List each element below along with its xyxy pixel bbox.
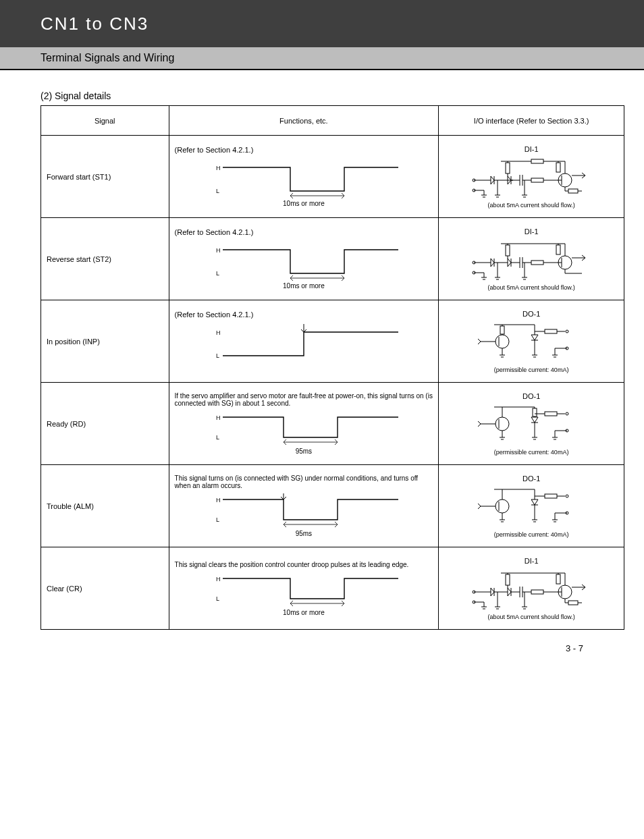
table-row: Trouble (ALM) This signal turns on (is c… xyxy=(41,465,624,547)
svg-text:L: L xyxy=(216,595,219,602)
svg-text:H: H xyxy=(216,329,221,336)
waveform-step-icon: H L xyxy=(203,319,405,373)
svg-rect-65 xyxy=(531,261,543,265)
page-number: 3 - 7 xyxy=(41,643,624,653)
function-cell: This signal clears the position control … xyxy=(169,547,439,630)
function-cell: If the servo amplifier and servo motor a… xyxy=(169,383,439,465)
col-io: I/O interface (Refer to Section 3.3.) xyxy=(439,106,624,136)
svg-rect-181 xyxy=(556,574,560,584)
circuit-do1-icon xyxy=(474,400,589,448)
function-ref: (Refer to Section 4.2.1.) xyxy=(175,146,433,154)
table-title: (2) Signal details xyxy=(41,90,624,101)
svg-text:H: H xyxy=(216,414,221,421)
io-note: (about 5mA current should flow.) xyxy=(444,284,618,291)
svg-rect-82 xyxy=(500,326,504,334)
svg-text:H: H xyxy=(216,247,221,254)
io-title: DI-1 xyxy=(444,557,618,565)
function-ref: (Refer to Section 4.2.1.) xyxy=(175,228,433,236)
circuit-di1-icon xyxy=(467,565,595,612)
wave-label: 95ms xyxy=(175,448,433,455)
svg-rect-24 xyxy=(506,163,510,173)
svg-rect-120 xyxy=(545,412,557,416)
header-title: CN1 to CN3 xyxy=(41,13,149,34)
sub-band: Terminal Signals and Wiring xyxy=(0,47,644,70)
signal-name: Trouble (ALM) xyxy=(41,465,169,547)
signal-name: Ready (RD) xyxy=(41,383,169,465)
col-signal: Signal xyxy=(41,106,169,136)
svg-rect-30 xyxy=(556,163,560,172)
circuit-do1-icon xyxy=(474,483,589,530)
spec-table: Signal Functions, etc. I/O interface (Re… xyxy=(41,105,624,630)
io-note: (permissible current: 40mA) xyxy=(444,367,618,373)
svg-rect-94 xyxy=(545,329,557,333)
svg-rect-67 xyxy=(556,245,560,254)
wave-label: 10ms or more xyxy=(175,282,433,290)
header-band: CN1 to CN3 xyxy=(0,0,644,47)
svg-rect-179 xyxy=(531,590,543,594)
svg-text:L: L xyxy=(216,352,219,359)
svg-text:L: L xyxy=(216,270,219,277)
io-note: (permissible current: 40mA) xyxy=(444,531,618,538)
io-cell: DI-1 xyxy=(439,218,624,300)
wave-label: 10ms or more xyxy=(175,200,433,207)
table-row: Forward start (ST1) (Refer to Section 4.… xyxy=(41,136,624,218)
function-desc: This signal turns on (is connected with … xyxy=(175,475,433,489)
svg-point-147 xyxy=(566,495,568,497)
io-title: DO-1 xyxy=(444,392,618,400)
svg-rect-113 xyxy=(533,408,537,416)
signal-name: Clear (CR) xyxy=(41,547,169,630)
svg-point-121 xyxy=(566,412,568,415)
io-note: (permissible current: 40mA) xyxy=(444,449,618,456)
circuit-di1-icon xyxy=(467,153,595,200)
svg-point-79 xyxy=(495,335,509,348)
svg-text:H: H xyxy=(216,165,221,171)
svg-rect-28 xyxy=(531,178,543,182)
table-row: Reverse start (ST2) (Refer to Section 4.… xyxy=(41,218,624,300)
table-row: Ready (RD) If the servo amplifier and se… xyxy=(41,383,624,465)
svg-rect-62 xyxy=(506,245,510,256)
svg-point-95 xyxy=(566,330,568,333)
sub-band-title: Terminal Signals and Wiring xyxy=(41,52,174,64)
function-cell: (Refer to Section 4.2.1.) H L xyxy=(169,300,439,383)
function-desc: This signal clears the position control … xyxy=(175,561,433,568)
table-row: Clear (CR) This signal clears the positi… xyxy=(41,547,624,630)
svg-rect-176 xyxy=(506,574,510,585)
function-cell: (Refer to Section 4.2.1.) H L 10ms or mo… xyxy=(169,136,439,218)
svg-point-132 xyxy=(495,499,509,513)
function-desc: If the servo amplifier and servo motor a… xyxy=(175,392,433,407)
io-cell: DI-1 xyxy=(439,547,624,630)
col-functions: Functions, etc. xyxy=(169,106,439,136)
table-row: In position (INP) (Refer to Section 4.2.… xyxy=(41,300,624,383)
svg-text:H: H xyxy=(216,497,221,504)
svg-text:H: H xyxy=(216,576,221,583)
signal-name: Reverse start (ST2) xyxy=(41,218,169,300)
signal-name: In position (INP) xyxy=(41,300,169,383)
io-cell: DO-1 (permis xyxy=(439,300,624,383)
svg-rect-37 xyxy=(568,189,578,193)
circuit-do1-icon xyxy=(474,318,589,365)
svg-rect-26 xyxy=(531,159,543,163)
io-cell: DO-1 (permis xyxy=(439,465,624,547)
io-note: (about 5mA current should flow.) xyxy=(444,202,618,209)
wave-label: 95ms xyxy=(175,530,433,537)
svg-text:L: L xyxy=(216,188,219,194)
io-cell: DI-1 xyxy=(439,136,624,218)
io-title: DI-1 xyxy=(444,145,618,153)
io-note: (about 5mA current should flow.) xyxy=(444,614,618,620)
svg-text:L: L xyxy=(216,516,219,523)
io-title: DO-1 xyxy=(444,475,618,483)
function-cell: This signal turns on (is connected with … xyxy=(169,465,439,547)
io-title: DO-1 xyxy=(444,310,618,318)
function-ref: (Refer to Section 4.2.1.) xyxy=(175,310,433,319)
svg-rect-188 xyxy=(568,601,578,605)
function-cell: (Refer to Section 4.2.1.) H L 10ms or mo… xyxy=(169,218,439,300)
io-cell: DO-1 (permis xyxy=(439,383,624,465)
svg-point-105 xyxy=(495,417,509,431)
signal-name: Forward start (ST1) xyxy=(41,136,169,218)
svg-rect-146 xyxy=(545,494,557,498)
io-title: DI-1 xyxy=(444,227,618,236)
svg-text:L: L xyxy=(216,434,219,441)
wave-label: 10ms or more xyxy=(175,609,433,616)
circuit-di1-icon xyxy=(467,236,595,283)
